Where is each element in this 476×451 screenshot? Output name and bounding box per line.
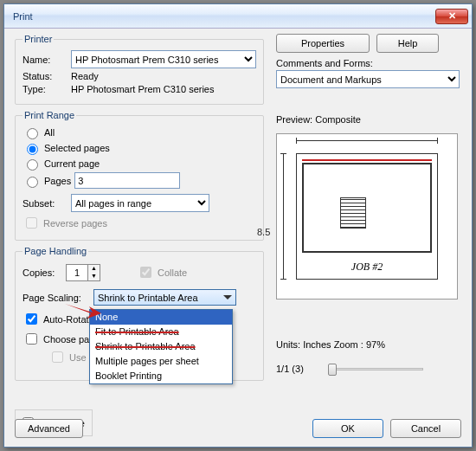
pages-input[interactable]: [74, 172, 180, 189]
chevron-down-icon: [223, 295, 232, 300]
subset-label: Subset:: [23, 198, 66, 209]
preview-job: JOB #2: [297, 261, 437, 274]
scaling-option-none[interactable]: None: [90, 310, 232, 325]
close-icon: ✕: [448, 10, 456, 22]
printer-group: Printer Name: HP Photosmart Prem C310 se…: [15, 34, 264, 105]
name-label: Name:: [23, 55, 66, 65]
status-value: Ready: [71, 71, 99, 81]
handling-legend: Page Handling: [23, 246, 88, 256]
scaling-option-fit[interactable]: Fit to Printable Area: [90, 325, 232, 339]
scaling-option-shrink[interactable]: Shrink to Printable Area: [90, 339, 232, 354]
copies-spinner[interactable]: ▲▼: [66, 264, 100, 281]
spin-up-icon[interactable]: ▲: [87, 265, 100, 273]
spin-down-icon[interactable]: ▼: [87, 273, 100, 280]
cancel-button[interactable]: Cancel: [390, 419, 461, 438]
window-title: Print: [8, 11, 435, 22]
print-range-group: Print Range All Selected pages Current p…: [15, 110, 264, 241]
range-selected[interactable]: Selected pages: [23, 141, 256, 155]
close-button[interactable]: ✕: [435, 9, 468, 24]
ok-button[interactable]: OK: [312, 419, 383, 438]
advanced-button[interactable]: Advanced: [15, 419, 83, 438]
preview-page: 1/1 (3): [276, 364, 304, 374]
range-current[interactable]: Current page: [23, 157, 256, 171]
type-value: HP Photosmart Prem C310 series: [71, 84, 214, 94]
scaling-option-booklet[interactable]: Booklet Printing: [90, 369, 232, 383]
collate-check: Collate: [137, 264, 187, 280]
preview-label: Preview: Composite: [276, 114, 461, 125]
comments-label: Comments and Forms:: [276, 58, 461, 68]
preview-units: Units: Inches Zoom : 97%: [276, 339, 461, 350]
scaling-option-multi[interactable]: Multiple pages per sheet: [90, 354, 232, 369]
page-scaling-dropdown[interactable]: None Fit to Printable Area Shrink to Pri…: [89, 309, 233, 384]
copies-input[interactable]: [67, 265, 87, 280]
preview-area: JOB #2: [276, 133, 458, 300]
titlebar[interactable]: Print ✕: [4, 4, 472, 29]
help-button[interactable]: Help: [376, 34, 439, 53]
properties-button[interactable]: Properties: [276, 34, 370, 53]
comments-select[interactable]: Document and Markups: [276, 70, 460, 88]
page-slider[interactable]: [328, 362, 423, 376]
type-label: Type:: [23, 84, 66, 94]
range-pages-label: Pages: [44, 176, 71, 186]
page-scaling-select[interactable]: Shrink to Printable Area: [93, 289, 236, 306]
printer-name-select[interactable]: HP Photosmart Prem C310 series: [71, 50, 256, 68]
range-pages-radio[interactable]: [27, 177, 38, 188]
copies-label: Copies:: [23, 267, 61, 278]
print-dialog: Print ✕ Printer Name: HP Photosmart Prem…: [3, 3, 473, 448]
range-legend: Print Range: [23, 110, 76, 120]
reverse-pages: Reverse pages: [23, 215, 256, 231]
range-all[interactable]: All: [23, 126, 256, 139]
printer-legend: Printer: [23, 34, 54, 44]
annotation-arrow-icon: [63, 301, 103, 319]
subset-select[interactable]: All pages in range: [71, 194, 209, 212]
preview-height: 8.5: [257, 227, 270, 237]
status-label: Status:: [23, 71, 66, 81]
